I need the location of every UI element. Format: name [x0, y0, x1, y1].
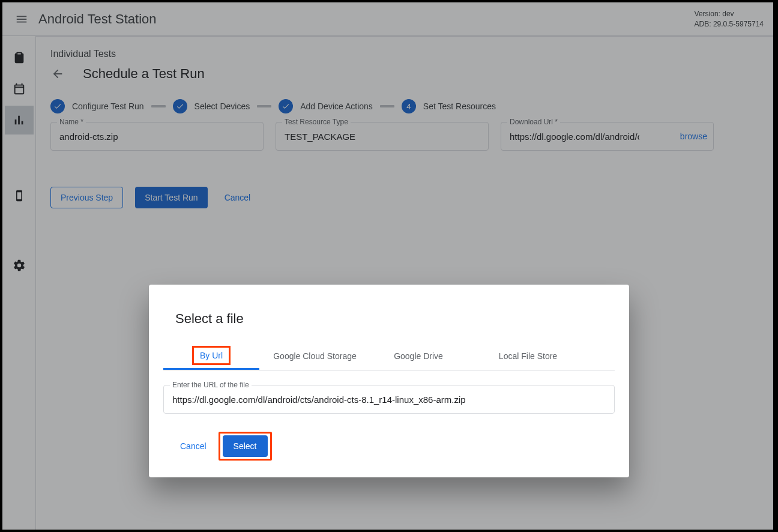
tab-label: Local File Store: [493, 348, 563, 364]
file-url-input[interactable]: [171, 394, 607, 405]
dialog-select-button[interactable]: Select: [223, 435, 268, 457]
highlight-box: Select: [219, 432, 272, 461]
file-url-field[interactable]: Enter the URL of the file: [163, 385, 615, 414]
tab-label: Google Cloud Storage: [267, 348, 363, 364]
dialog-cancel-button[interactable]: Cancel: [175, 435, 211, 457]
dialog-actions: Cancel Select: [175, 432, 603, 461]
select-file-dialog: Select a file By Url Google Cloud Storag…: [149, 285, 629, 477]
tab-local-file-store[interactable]: Local File Store: [466, 342, 590, 370]
dialog-title: Select a file: [175, 311, 603, 327]
tab-label: By Url: [192, 346, 231, 365]
dialog-tabs: By Url Google Cloud Storage Google Drive…: [163, 342, 615, 370]
tab-label: Google Drive: [388, 348, 449, 364]
tab-gcs[interactable]: Google Cloud Storage: [259, 342, 370, 370]
file-url-label: Enter the URL of the file: [170, 381, 252, 389]
tab-by-url[interactable]: By Url: [163, 342, 259, 370]
tab-google-drive[interactable]: Google Drive: [370, 342, 466, 370]
